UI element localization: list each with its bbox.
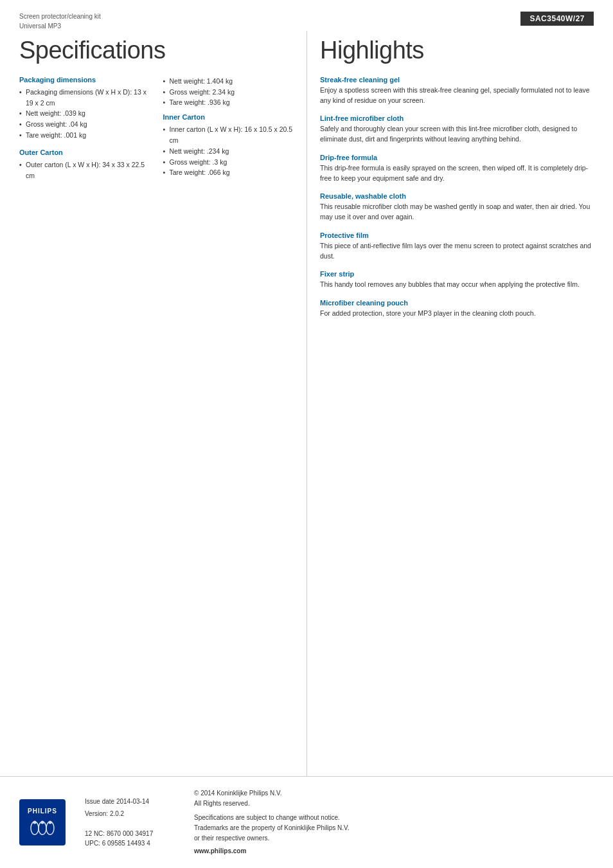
inner-carton-title: Inner Carton (163, 113, 294, 121)
packaging-dimensions-list: Packaging dimensions (W x H x D): 13 x 1… (19, 87, 150, 141)
footer-copyright: © 2014 Koninklijke Philips N.V. All Righ… (194, 788, 350, 809)
outer-carton-list: Outer carton (L x W x H): 34 x 33 x 22.5… (19, 159, 150, 181)
list-item: Gross weight: 2.34 kg (163, 87, 294, 98)
highlight-drip-free-title: Drip-free formula (320, 154, 594, 161)
svg-point-5 (33, 821, 37, 824)
inner-carton-list: Inner carton (L x W x H): 16 x 10.5 x 20… (163, 124, 294, 178)
highlight-microfiber-pouch-title: Microfiber cleaning pouch (320, 299, 594, 307)
unit-weight-list: Nett weight: 1.404 kg Gross weight: 2.34… (163, 76, 294, 108)
footer-legal: © 2014 Koninklijke Philips N.V. All Righ… (194, 788, 350, 856)
specifications-title: Specifications (19, 37, 294, 64)
svg-text:PHILIPS: PHILIPS (28, 808, 57, 815)
highlight-protective-film-text: This piece of anti-reflective film lays … (320, 241, 594, 262)
spec-right-subcol: Nett weight: 1.404 kg Gross weight: 2.34… (163, 76, 294, 186)
list-item: Gross weight: .3 kg (163, 157, 294, 168)
highlight-drip-free-text: This drip-free formula is easily sprayed… (320, 163, 594, 184)
highlight-fixer-strip-title: Fixer strip (320, 270, 594, 278)
highlights-list: Streak-free cleaning gel Enjoy a spotles… (320, 76, 594, 319)
list-item: Tare weight: .936 kg (163, 97, 294, 108)
highlight-lint-free-title: Lint-free microfiber cloth (320, 114, 594, 122)
specifications-column: Specifications Packaging dimensions Pack… (19, 31, 306, 776)
spec-left-subcol: Packaging dimensions Packaging dimension… (19, 76, 150, 186)
model-badge: SAC3540W/27 (520, 12, 594, 26)
highlights-title: Highlights (320, 37, 594, 64)
list-item: Nett weight: .039 kg (19, 108, 150, 119)
footer: PHILIPS Issue date 2014-03-14 Version: 2… (0, 776, 613, 868)
highlight-fixer-strip-text: This handy tool removes any bubbles that… (320, 280, 594, 290)
footer-version: Version: 2.0.2 (85, 809, 175, 818)
list-item: Gross weight: .04 kg (19, 119, 150, 130)
highlight-reusable-text: This reusable microfiber cloth may be wa… (320, 202, 594, 222)
list-item: Nett weight: .234 kg (163, 146, 294, 157)
list-item: Tare weight: .001 kg (19, 130, 150, 141)
list-item: Outer carton (L x W x H): 34 x 33 x 22.5… (19, 159, 150, 181)
list-item: Tare weight: .066 kg (163, 167, 294, 178)
footer-issue-date: Issue date 2014-03-14 (85, 797, 175, 806)
specs-two-col: Packaging dimensions Packaging dimension… (19, 76, 294, 186)
product-info: Screen protector/cleaning kit Universal … (19, 12, 101, 31)
svg-point-7 (49, 821, 52, 824)
footer-meta: Issue date 2014-03-14 Version: 2.0.2 12 … (85, 797, 175, 848)
highlight-microfiber-pouch-text: For added protection, store your MP3 pla… (320, 309, 594, 319)
footer-website[interactable]: www.philips.com (194, 846, 350, 856)
product-line: Universal MP3 (19, 21, 101, 31)
highlight-streak-free-text: Enjoy a spotless screen with this streak… (320, 86, 594, 106)
footer-nc-upc: 12 NC: 8670 000 34917 UPC: 6 09585 14493… (85, 829, 175, 848)
highlights-column: Highlights Streak-free cleaning gel Enjo… (306, 31, 594, 776)
highlight-protective-film-title: Protective film (320, 231, 594, 239)
product-type: Screen protector/cleaning kit (19, 12, 101, 21)
list-item: Inner carton (L x W x H): 16 x 10.5 x 20… (163, 124, 294, 146)
svg-point-6 (41, 821, 44, 824)
highlight-lint-free-text: Safely and thoroughly clean your screen … (320, 124, 594, 145)
list-item: Nett weight: 1.404 kg (163, 76, 294, 87)
highlight-reusable-title: Reusable, washable cloth (320, 192, 594, 200)
philips-logo: PHILIPS (19, 799, 66, 845)
packaging-dimensions-title: Packaging dimensions (19, 76, 150, 84)
highlight-streak-free-title: Streak-free cleaning gel (320, 76, 594, 84)
outer-carton-title: Outer Carton (19, 149, 150, 156)
list-item: Packaging dimensions (W x H x D): 13 x 1… (19, 87, 150, 109)
footer-disclaimer: Specifications are subject to change wit… (194, 813, 350, 844)
